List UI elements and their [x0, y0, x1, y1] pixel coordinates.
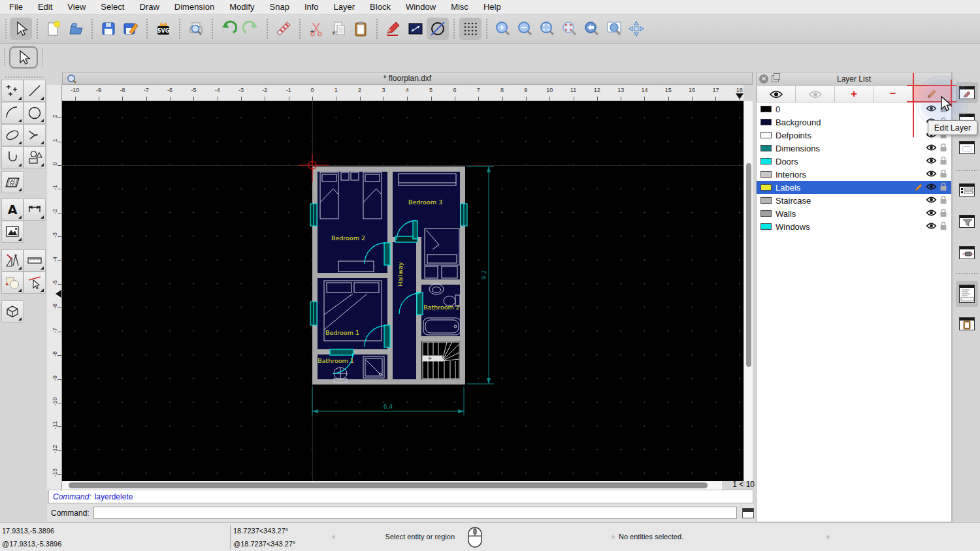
layer-list-dock-button[interactable] [956, 82, 978, 103]
layer-lock-icon[interactable] [939, 169, 947, 180]
pen-palette-dock-button[interactable] [956, 242, 978, 263]
menu-item-file[interactable]: File [9, 2, 23, 12]
paste-button[interactable] [350, 18, 372, 40]
clipboard-dock-button[interactable] [956, 313, 978, 334]
layer-row-defpoints[interactable]: Defpoints [757, 129, 951, 142]
new-document-button[interactable] [42, 18, 65, 40]
tool-points-button[interactable] [1, 80, 24, 102]
layer-visibility-eye-icon[interactable] [926, 157, 937, 166]
command-widget-dock-button[interactable] [956, 281, 978, 307]
open-file-button[interactable] [65, 18, 87, 40]
menu-item-info[interactable]: Info [304, 2, 319, 12]
layer-row-labels[interactable]: Labels [757, 181, 951, 194]
layer-row-staircase[interactable]: Staircase [757, 194, 951, 207]
layer-lock-icon[interactable] [939, 195, 947, 206]
tool-3d-box-button[interactable] [1, 300, 24, 323]
menu-item-modify[interactable]: Modify [229, 2, 254, 12]
add-layer-button[interactable]: + [835, 86, 874, 102]
vertical-scroll-thumb[interactable] [746, 163, 751, 367]
canvas-horizontal-scrollbar[interactable] [62, 481, 722, 490]
close-panel-icon[interactable]: ✕ [759, 74, 768, 84]
export-svg-button[interactable]: SVG [152, 18, 174, 40]
edit-layer-button[interactable] [913, 86, 951, 102]
zoom-auto-button[interactable] [536, 18, 559, 40]
layer-lock-icon[interactable] [939, 182, 947, 193]
tool-modify-attributes-button[interactable] [24, 272, 46, 294]
horizontal-scroll-thumb[interactable] [69, 482, 708, 488]
layer-row-interiors[interactable]: Interiors [757, 168, 951, 181]
zoom-out-button[interactable]: − [514, 18, 536, 40]
layer-visibility-eye-icon[interactable] [926, 144, 937, 153]
zoom-window-button[interactable] [603, 18, 625, 40]
menu-item-misc[interactable]: Misc [451, 2, 468, 12]
tool-image-button[interactable] [1, 221, 24, 243]
menu-item-block[interactable]: Block [370, 2, 391, 12]
tool-spline-button[interactable] [24, 124, 46, 146]
zoom-pan-button[interactable] [625, 18, 647, 40]
copy-button[interactable]: + [327, 18, 350, 40]
menu-item-help[interactable]: Help [483, 2, 501, 12]
tool-arc-button[interactable] [1, 102, 24, 124]
menu-item-edit[interactable]: Edit [38, 2, 52, 12]
canvas-vertical-scrollbar[interactable] [743, 101, 753, 481]
hide-all-layers-button[interactable] [796, 86, 834, 102]
layer-visibility-eye-icon[interactable] [926, 170, 937, 180]
layer-visibility-eye-icon[interactable] [926, 196, 937, 206]
cut-button[interactable]: + [305, 18, 327, 40]
tool-line-button[interactable] [24, 80, 46, 102]
layer-row-windows[interactable]: Windows [757, 220, 951, 233]
menu-item-dimension[interactable]: Dimension [174, 2, 214, 12]
current-action-arrow-button[interactable] [9, 46, 38, 69]
command-options-dock-button[interactable] [956, 180, 978, 200]
print-preview-button[interactable] [185, 18, 207, 40]
zoom-previous-button[interactable] [559, 18, 581, 40]
tool-ellipse-button[interactable] [1, 124, 24, 146]
layer-visibility-eye-icon[interactable] [926, 104, 937, 114]
undo-button[interactable] [218, 18, 240, 40]
layer-row-background[interactable]: Background [757, 116, 951, 129]
layer-visibility-eye-icon[interactable] [926, 222, 937, 232]
redo-button[interactable] [240, 18, 262, 40]
draw-order-button[interactable] [382, 18, 404, 40]
isometric-circle-button[interactable] [427, 18, 449, 40]
menu-item-view[interactable]: View [67, 2, 86, 12]
distance-button[interactable] [404, 18, 427, 40]
delete-button[interactable] [272, 18, 295, 40]
layer-row-doors[interactable]: Doors [757, 155, 951, 168]
tool-measure-button[interactable] [24, 249, 46, 272]
library-browser-dock-button[interactable] [956, 137, 978, 158]
selection-arrow-button[interactable] [10, 18, 32, 40]
document-title-bar[interactable]: * floorplan.dxf [62, 72, 753, 85]
layer-row-0[interactable]: 0 [757, 102, 951, 116]
menu-item-draw[interactable]: Draw [139, 2, 159, 12]
menu-item-window[interactable]: Window [406, 2, 436, 12]
tool-circle-button[interactable] [24, 102, 46, 124]
menu-item-select[interactable]: Select [101, 2, 124, 12]
remove-layer-button[interactable]: − [874, 86, 912, 102]
layer-lock-icon[interactable] [939, 156, 947, 167]
show-all-layers-button[interactable] [757, 86, 796, 102]
layer-lock-icon[interactable] [939, 208, 947, 219]
tool-polyline-button[interactable] [1, 146, 24, 168]
zoom-in-button[interactable]: + [492, 18, 514, 40]
drawing-canvas[interactable]: Bedroom 2 Bedroom 3 Bedroom 1 Bathroom 1… [62, 101, 743, 481]
selection-filter-dock-button[interactable] [956, 211, 978, 232]
layer-visibility-eye-icon[interactable] [926, 183, 937, 193]
layer-lock-icon[interactable] [939, 143, 947, 154]
zoom-back-button[interactable] [581, 18, 603, 40]
layer-row-dimensions[interactable]: Dimensions [757, 142, 951, 155]
command-input[interactable] [93, 507, 737, 519]
command-dock-button[interactable] [742, 508, 754, 518]
layer-list-header[interactable]: Layer List ✕ [757, 72, 951, 86]
tool-dimension-button[interactable] [24, 198, 46, 221]
save-as-button[interactable] [120, 18, 142, 40]
float-panel-icon[interactable] [772, 75, 779, 82]
save-button[interactable] [97, 18, 120, 40]
tool-hatch-button[interactable] [1, 171, 24, 193]
menu-item-layer[interactable]: Layer [334, 2, 355, 12]
layer-lock-icon[interactable] [939, 104, 947, 115]
grid-toggle-button[interactable] [459, 18, 482, 40]
menu-item-snap[interactable]: Snap [270, 2, 289, 12]
tool-polygon-button[interactable] [24, 146, 46, 168]
layer-visibility-eye-icon[interactable] [926, 209, 937, 219]
